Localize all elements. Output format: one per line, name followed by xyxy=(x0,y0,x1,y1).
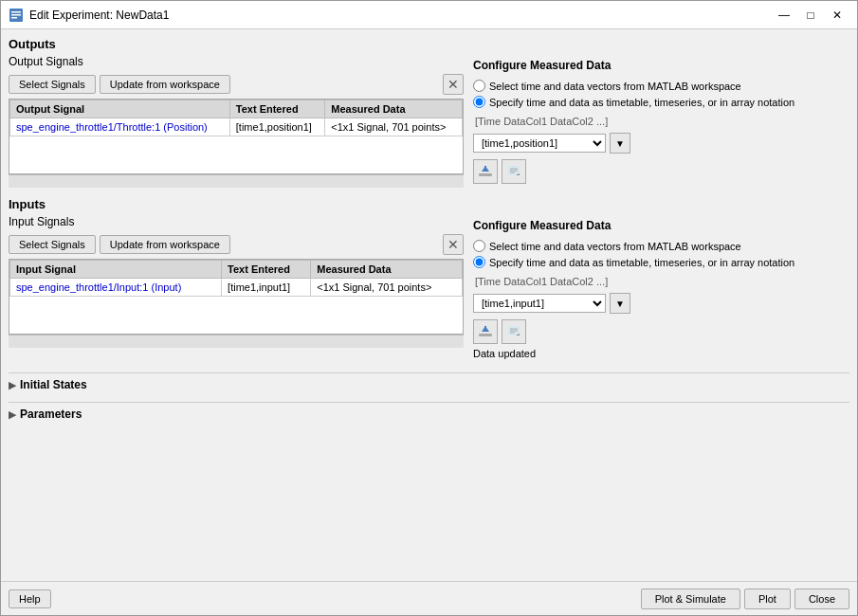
outputs-radio-group: Select time and data vectors from MATLAB… xyxy=(473,80,849,108)
input-text-entered-col-header: Text Entered xyxy=(222,261,311,279)
outputs-scrollbar-track[interactable] xyxy=(9,177,464,187)
outputs-two-col: Output Signals Select Signals Update fro… xyxy=(9,55,849,188)
svg-rect-4 xyxy=(479,173,492,176)
inputs-radio1-item: Select time and data vectors from MATLAB… xyxy=(473,240,849,252)
outputs-hint-text: [Time DataCol1 DataCol2 ...] xyxy=(473,116,849,127)
outputs-scrollbar[interactable] xyxy=(9,174,464,188)
measured-data-col-header: Measured Data xyxy=(325,100,463,118)
close-button[interactable]: Close xyxy=(794,589,849,609)
window-icon xyxy=(9,8,24,23)
svg-rect-2 xyxy=(11,14,21,16)
initial-states-arrow: ▶ xyxy=(9,379,16,391)
initial-states-section[interactable]: ▶ Initial States xyxy=(9,372,849,396)
footer: Help Plot & Simulate Plot Close xyxy=(1,581,857,615)
main-window: Edit Experiment: NewData1 — □ ✕ Outputs … xyxy=(0,0,858,616)
inputs-right-panel: Configure Measured Data Select time and … xyxy=(473,215,849,363)
outputs-section-label: Outputs xyxy=(9,37,849,51)
main-content: Outputs Output Signals Select Signals Up… xyxy=(1,29,857,581)
inputs-radio2-label: Specify time and data as timetable, time… xyxy=(489,257,794,268)
outputs-select-signals-button[interactable]: Select Signals xyxy=(9,75,96,94)
outputs-import-button[interactable] xyxy=(473,159,498,184)
outputs-dropdown[interactable]: [time1,position1] xyxy=(473,134,606,153)
inputs-edit-button[interactable] xyxy=(502,319,526,344)
inputs-dropdown[interactable]: [time1,input1] xyxy=(473,294,606,313)
inputs-dropdown-row: [time1,input1] ▼ xyxy=(473,293,849,314)
inputs-section: Inputs Input Signals Select Signals Upda… xyxy=(9,197,849,363)
inputs-table-header: Input Signal Text Entered Measured Data xyxy=(10,261,463,279)
inputs-toolbar: Select Signals Update from workspace ✕ xyxy=(9,234,464,255)
inputs-radio2[interactable] xyxy=(473,256,485,268)
outputs-update-workspace-button[interactable]: Update from workspace xyxy=(100,75,230,94)
inputs-import-button[interactable] xyxy=(473,319,498,344)
window-controls: — □ ✕ xyxy=(772,6,849,25)
minimize-button[interactable]: — xyxy=(772,6,796,25)
plot-simulate-button[interactable]: Plot & Simulate xyxy=(641,589,740,609)
outputs-configure-label: Configure Measured Data xyxy=(473,59,849,72)
parameters-section[interactable]: ▶ Parameters xyxy=(9,402,849,426)
outputs-radio1-label: Select time and data vectors from MATLAB… xyxy=(489,81,741,92)
outputs-icon-btn-row xyxy=(473,159,849,184)
inputs-icon-btn-row xyxy=(473,319,849,344)
inputs-radio-group: Select time and data vectors from MATLAB… xyxy=(473,240,849,268)
footer-right-buttons: Plot & Simulate Plot Close xyxy=(641,589,849,609)
parameters-arrow: ▶ xyxy=(9,408,16,421)
outputs-table-header: Output Signal Text Entered Measured Data xyxy=(10,100,463,118)
inputs-scrollbar-track[interactable] xyxy=(9,337,464,347)
text-entered-col-header: Text Entered xyxy=(229,100,324,118)
outputs-clear-button[interactable]: ✕ xyxy=(443,74,464,95)
output-signal-col-header: Output Signal xyxy=(10,100,230,118)
output-signal-name: spe_engine_throttle1/Throttle:1 (Positio… xyxy=(10,118,230,136)
inputs-status-text: Data updated xyxy=(473,348,849,359)
table-row[interactable]: spe_engine_throttle1/Input:1 (Input) [ti… xyxy=(10,279,463,297)
inputs-radio1-label: Select time and data vectors from MATLAB… xyxy=(489,241,741,252)
outputs-table-container: Output Signal Text Entered Measured Data… xyxy=(9,99,464,174)
outputs-right-panel: Configure Measured Data Select time and … xyxy=(473,55,849,188)
outputs-table: Output Signal Text Entered Measured Data… xyxy=(9,100,463,136)
inputs-table-container: Input Signal Text Entered Measured Data … xyxy=(9,259,464,335)
outputs-edit-icon xyxy=(506,164,521,179)
svg-rect-1 xyxy=(11,11,21,13)
inputs-radio1[interactable] xyxy=(473,240,485,252)
outputs-section: Outputs Output Signals Select Signals Up… xyxy=(9,37,849,188)
outputs-radio1[interactable] xyxy=(473,80,485,92)
inputs-table: Input Signal Text Entered Measured Data … xyxy=(9,260,463,297)
input-signal-name: spe_engine_throttle1/Input:1 (Input) xyxy=(10,279,222,297)
inputs-hint-text: [Time DataCol1 DataCol2 ...] xyxy=(473,276,849,287)
inputs-left-panel: Input Signals Select Signals Update from… xyxy=(9,215,464,363)
close-window-button[interactable]: ✕ xyxy=(825,6,849,25)
initial-states-label: Initial States xyxy=(20,378,87,391)
titlebar: Edit Experiment: NewData1 — □ ✕ xyxy=(1,1,857,29)
inputs-scrollbar[interactable] xyxy=(9,335,464,348)
outputs-radio2-label: Specify time and data as timetable, time… xyxy=(489,97,794,108)
inputs-select-signals-button[interactable]: Select Signals xyxy=(9,235,96,254)
inputs-dropdown-arrow[interactable]: ▼ xyxy=(610,293,630,314)
outputs-toolbar: Select Signals Update from workspace ✕ xyxy=(9,74,464,95)
input-measured-data: <1x1 Signal, 701 points> xyxy=(311,279,463,297)
outputs-dropdown-row: [time1,position1] ▼ xyxy=(473,133,849,154)
outputs-radio2[interactable] xyxy=(473,96,485,108)
maximize-button[interactable]: □ xyxy=(798,6,823,25)
inputs-import-icon xyxy=(478,324,493,339)
inputs-update-workspace-button[interactable]: Update from workspace xyxy=(100,235,230,254)
inputs-section-label: Inputs xyxy=(9,197,849,211)
table-row[interactable]: spe_engine_throttle1/Throttle:1 (Positio… xyxy=(10,118,463,136)
outputs-radio1-item: Select time and data vectors from MATLAB… xyxy=(473,80,849,92)
inputs-radio2-item: Specify time and data as timetable, time… xyxy=(473,256,849,268)
svg-rect-3 xyxy=(11,17,17,19)
outputs-edit-button[interactable] xyxy=(502,159,526,184)
inputs-two-col: Input Signals Select Signals Update from… xyxy=(9,215,849,363)
help-button[interactable]: Help xyxy=(9,589,51,608)
output-signals-title: Output Signals xyxy=(9,55,464,68)
inputs-configure-label: Configure Measured Data xyxy=(473,219,849,232)
input-signals-title: Input Signals xyxy=(9,215,464,228)
plot-button[interactable]: Plot xyxy=(744,589,791,609)
parameters-label: Parameters xyxy=(20,408,82,421)
input-signal-col-header: Input Signal xyxy=(10,261,222,279)
inputs-edit-icon xyxy=(506,324,521,339)
inputs-clear-button[interactable]: ✕ xyxy=(443,234,464,255)
window-title: Edit Experiment: NewData1 xyxy=(29,9,772,22)
outputs-radio2-item: Specify time and data as timetable, time… xyxy=(473,96,849,108)
svg-rect-13 xyxy=(479,334,492,336)
output-measured-data: <1x1 Signal, 701 points> xyxy=(325,118,463,136)
outputs-dropdown-arrow[interactable]: ▼ xyxy=(610,133,630,154)
